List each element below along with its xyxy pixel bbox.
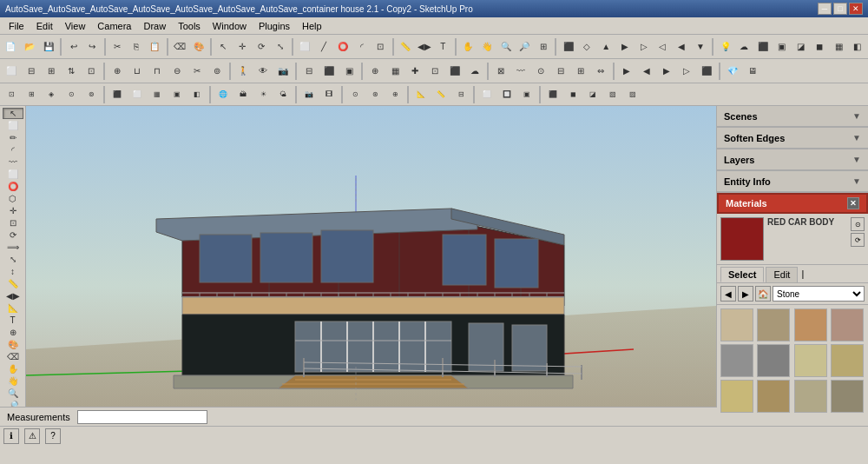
scenes-toggle[interactable]: ▼ <box>852 111 861 121</box>
tb-ex29[interactable]: ▧ <box>603 85 622 104</box>
tool-pan[interactable]: 👋 <box>3 375 23 387</box>
measurements-input[interactable] <box>77 410 207 424</box>
swatch-12[interactable] <box>831 380 864 413</box>
tool-axes[interactable]: ⊕ <box>3 327 23 338</box>
tb-endpoints[interactable]: ⊡ <box>425 62 444 81</box>
tb-zoomwin[interactable]: 🔎 <box>516 37 534 56</box>
tool-dim[interactable]: ◀▶ <box>3 290 23 302</box>
tb-ex16[interactable]: 🎞 <box>319 85 339 104</box>
swatch-2[interactable] <box>757 308 790 341</box>
tb-axes[interactable]: ⊕ <box>365 62 385 81</box>
tb-left[interactable]: ◀ <box>673 37 691 56</box>
tb-ex26[interactable]: ⬛ <box>543 85 562 104</box>
tb-line[interactable]: ╱ <box>315 37 333 56</box>
tb-circle[interactable]: ⭕ <box>333 37 352 56</box>
tb-ex10[interactable]: ◧ <box>187 85 207 104</box>
tb-drape[interactable]: ⊟ <box>551 62 570 81</box>
tb-animation-add[interactable]: ▶ <box>617 62 636 81</box>
swatch-10[interactable] <box>757 380 790 413</box>
tb-trim[interactable]: ✂ <box>187 62 207 81</box>
tb-ex23[interactable]: ⬜ <box>477 85 496 104</box>
tb-wire[interactable]: ▣ <box>773 37 791 56</box>
tool-paint[interactable]: 🎨 <box>3 339 23 350</box>
materials-close-button[interactable]: ✕ <box>847 197 859 209</box>
tb-section[interactable]: ⊟ <box>299 62 319 81</box>
tb-animation-play[interactable]: ▷ <box>677 62 696 81</box>
tool-component[interactable]: ⬜ <box>3 120 23 131</box>
category-select[interactable]: Stone Wood Metal Brick <box>773 286 865 302</box>
tb-ex12[interactable]: 🏔 <box>233 85 253 104</box>
tb-union[interactable]: ⊔ <box>128 62 147 81</box>
tb-groups[interactable]: ⊟ <box>22 62 41 81</box>
tool-protractor[interactable]: 📐 <box>3 302 23 314</box>
tb-front[interactable]: ▶ <box>616 37 635 56</box>
tool-erase[interactable]: ⌫ <box>3 351 23 362</box>
tb-erase[interactable]: ⌫ <box>171 37 189 56</box>
menu-view[interactable]: View <box>60 19 91 33</box>
tb-right[interactable]: ▷ <box>635 37 653 56</box>
minimize-button[interactable]: ─ <box>818 3 832 15</box>
tb-rotate[interactable]: ⟳ <box>253 37 271 56</box>
scenes-header[interactable]: Scenes ▼ <box>717 106 868 127</box>
tb-xray[interactable]: ⬛ <box>754 37 773 56</box>
tb-texture[interactable]: ▦ <box>830 37 848 56</box>
tb-sandbox[interactable]: ⊠ <box>491 62 510 81</box>
tb-bottom[interactable]: ▼ <box>692 37 710 56</box>
tb-zoom[interactable]: 🔍 <box>496 37 515 56</box>
tb-pan[interactable]: 👋 <box>477 37 496 56</box>
soften-edges-toggle[interactable]: ▼ <box>852 133 861 143</box>
tb-ex28[interactable]: ◪ <box>583 85 602 104</box>
tool-pencil[interactable]: ✏ <box>3 132 23 143</box>
tool-text[interactable]: T <box>3 315 23 326</box>
tb-ex1[interactable]: ⊡ <box>2 85 21 104</box>
tb-text[interactable]: T <box>434 37 452 56</box>
tb-ex3[interactable]: ◈ <box>42 85 61 104</box>
tool-offset[interactable]: ↕ <box>3 266 23 277</box>
tb-mono[interactable]: ◧ <box>848 37 866 56</box>
tb-ex9[interactable]: ▣ <box>168 85 187 104</box>
tool-polygon[interactable]: ⬡ <box>3 193 23 204</box>
tb-align[interactable]: ⊡ <box>82 62 101 81</box>
tb-rect[interactable]: ⬜ <box>296 37 314 56</box>
tb-stamp[interactable]: ⊙ <box>531 62 550 81</box>
tb-add-detail[interactable]: ⊞ <box>571 62 590 81</box>
menu-tools[interactable]: Tools <box>173 19 206 33</box>
tb-ex4[interactable]: ⊙ <box>62 85 81 104</box>
tb-ex27[interactable]: ◼ <box>563 85 582 104</box>
tb-ex20[interactable]: 📐 <box>411 85 431 104</box>
menu-camera[interactable]: Camera <box>92 19 136 33</box>
tb-hidden[interactable]: ◪ <box>792 37 810 56</box>
tb-pushpull[interactable]: ⊡ <box>372 37 390 56</box>
tb-copy[interactable]: ⎘ <box>127 37 145 56</box>
tb-iso[interactable]: ◇ <box>578 37 596 56</box>
menu-draw[interactable]: Draw <box>138 19 171 33</box>
tb-walk[interactable]: 🚶 <box>233 62 253 81</box>
tool-zoomwin[interactable]: 🔎 <box>3 400 23 407</box>
status-warning-icon[interactable]: ⚠ <box>24 428 40 444</box>
tab-edit[interactable]: Edit <box>766 267 798 282</box>
tb-ex13[interactable]: ☀ <box>253 85 273 104</box>
nav-home-btn[interactable]: 🏠 <box>755 286 771 302</box>
tb-hidden-geo[interactable]: ▦ <box>385 62 404 81</box>
tb-subtract[interactable]: ⊖ <box>168 62 187 81</box>
tb-ex24[interactable]: 🔲 <box>497 85 516 104</box>
swatch-5[interactable] <box>720 344 753 377</box>
tb-solidtools[interactable]: ⊕ <box>108 62 127 81</box>
tb-paste[interactable]: 📋 <box>146 37 164 56</box>
tb-cut[interactable]: ✂ <box>108 37 127 56</box>
tool-zoom[interactable]: 🔍 <box>3 388 23 399</box>
tb-top[interactable]: ▲ <box>597 37 615 56</box>
menu-file[interactable]: File <box>3 19 30 33</box>
tb-ex21[interactable]: 📏 <box>431 85 450 104</box>
swatch-8[interactable] <box>831 344 864 377</box>
tool-scale[interactable]: ⤡ <box>3 254 23 265</box>
tb-redo[interactable]: ↪ <box>83 37 102 56</box>
swatch-1[interactable] <box>720 308 753 341</box>
tool-pushpull[interactable]: ⊡ <box>3 217 23 229</box>
tb-fog[interactable]: ☁ <box>735 37 753 56</box>
tb-views[interactable]: ⬛ <box>559 37 577 56</box>
tb-zoomext[interactable]: ⊞ <box>535 37 553 56</box>
tb-shadow[interactable]: 💡 <box>716 37 734 56</box>
tb-ex11[interactable]: 🌐 <box>214 85 233 104</box>
tb-ground[interactable]: ⬛ <box>445 62 464 81</box>
